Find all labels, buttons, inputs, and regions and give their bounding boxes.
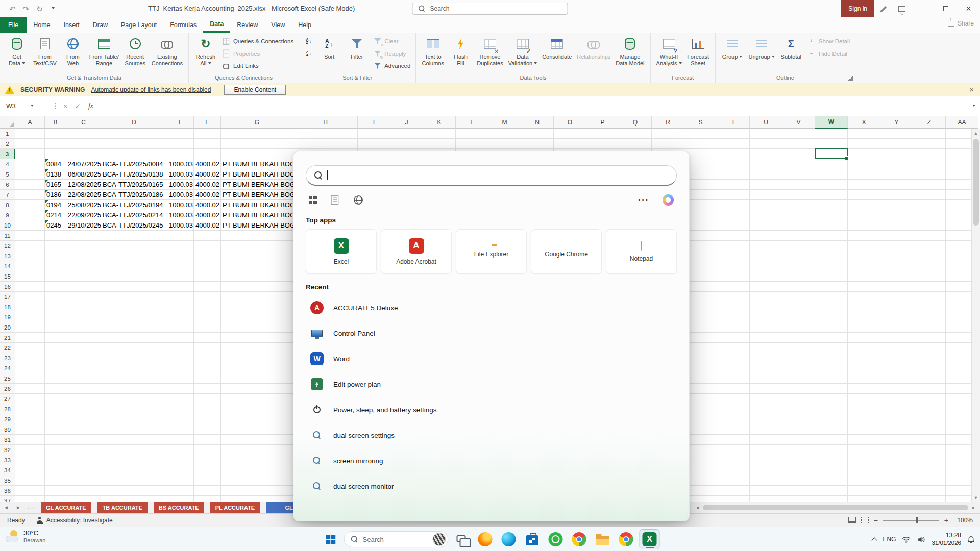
cell-Y15[interactable] [880, 271, 913, 282]
cell-E30[interactable] [167, 424, 194, 435]
cell-W20[interactable] [815, 322, 848, 333]
cell-B24[interactable] [45, 363, 66, 373]
cell-B32[interactable] [45, 445, 66, 455]
cell-F33[interactable] [194, 455, 221, 465]
cell-T14[interactable] [717, 261, 750, 271]
row-header-37[interactable]: 37 [0, 496, 15, 502]
col-header-Z[interactable]: Z [913, 116, 946, 129]
cell-V14[interactable] [782, 261, 815, 271]
taskbar-task-view-icon[interactable] [452, 529, 472, 549]
cell-V33[interactable] [782, 455, 815, 465]
cell-Q2[interactable] [619, 139, 652, 149]
cell-G5[interactable]: PT BUMI BERKAH BOG [221, 169, 293, 180]
cell-C4[interactable]: 24/07/2025 [66, 159, 101, 169]
cell-D33[interactable] [101, 455, 167, 465]
cell-E34[interactable] [167, 465, 194, 475]
cell-I1[interactable] [358, 129, 390, 139]
cell-G14[interactable] [221, 261, 293, 271]
cell-Y6[interactable] [880, 180, 913, 190]
cell-W12[interactable] [815, 241, 848, 251]
cell-X31[interactable] [848, 435, 880, 445]
cell-Z17[interactable] [913, 292, 946, 302]
close-button[interactable]: × [957, 0, 980, 17]
cell-G28[interactable] [221, 404, 293, 414]
cell-Z23[interactable] [913, 353, 946, 363]
cell-B27[interactable] [45, 394, 66, 404]
cell-K2[interactable] [423, 139, 456, 149]
cell-X19[interactable] [848, 312, 880, 322]
cell-U32[interactable] [750, 445, 782, 455]
cell-V37[interactable] [782, 496, 815, 502]
cell-X4[interactable] [848, 159, 880, 169]
cell-A4[interactable] [15, 159, 45, 169]
cell-W7[interactable] [815, 190, 848, 200]
cell-F36[interactable] [194, 486, 221, 496]
cell-L2[interactable] [456, 139, 488, 149]
row-header-28[interactable]: 28 [0, 404, 15, 414]
cell-B12[interactable] [45, 241, 66, 251]
cell-U13[interactable] [750, 251, 782, 261]
row-header-11[interactable]: 11 [0, 231, 15, 241]
cell-B29[interactable] [45, 414, 66, 424]
tab-insert[interactable]: Insert [57, 17, 86, 33]
taskbar-chrome-2-icon[interactable] [616, 529, 636, 549]
cell-F5[interactable]: 4000.02 [194, 169, 221, 180]
cell-B30[interactable] [45, 424, 66, 435]
cell-V7[interactable] [782, 190, 815, 200]
cell-B10[interactable]: 0245 [45, 220, 66, 231]
cell-X6[interactable] [848, 180, 880, 190]
cell-D20[interactable] [101, 322, 167, 333]
cell-W27[interactable] [815, 394, 848, 404]
cell-A5[interactable] [15, 169, 45, 180]
cell-B6[interactable]: 0165 [45, 180, 66, 190]
cell-X13[interactable] [848, 251, 880, 261]
cell-E33[interactable] [167, 455, 194, 465]
cell-F31[interactable] [194, 435, 221, 445]
cell-C23[interactable] [66, 353, 101, 363]
cell-F18[interactable] [194, 302, 221, 312]
cell-U24[interactable] [750, 363, 782, 373]
col-header-P[interactable]: P [586, 116, 619, 129]
cell-D2[interactable] [101, 139, 167, 149]
cell-G4[interactable]: PT BUMI BERKAH BOG [221, 159, 293, 169]
cell-T28[interactable] [717, 404, 750, 414]
cell-Y3[interactable] [880, 149, 913, 159]
cell-C10[interactable]: 29/10/2025 [66, 220, 101, 231]
cell-C1[interactable] [66, 129, 101, 139]
cell-F9[interactable]: 4000.02 [194, 210, 221, 220]
cell-Z1[interactable] [913, 129, 946, 139]
cell-T27[interactable] [717, 394, 750, 404]
cell-T35[interactable] [717, 475, 750, 486]
row-header-23[interactable]: 23 [0, 353, 15, 363]
cell-G25[interactable] [221, 373, 293, 384]
cell-D4[interactable]: BCA-TTJ/2025/0084 [101, 159, 167, 169]
col-header-H[interactable]: H [293, 116, 358, 129]
cell-W24[interactable] [815, 363, 848, 373]
cell-X8[interactable] [848, 200, 880, 210]
show-detail-button[interactable]: +Show Detail [805, 36, 851, 46]
cell-A7[interactable] [15, 190, 45, 200]
col-header-N[interactable]: N [521, 116, 554, 129]
cell-T24[interactable] [717, 363, 750, 373]
cell-C20[interactable] [66, 322, 101, 333]
taskbar-firefox-icon[interactable] [475, 529, 496, 549]
cell-F21[interactable] [194, 333, 221, 343]
cell-B25[interactable] [45, 373, 66, 384]
sheet-tab-bs-accurate[interactable]: BS ACCURATE [154, 502, 204, 513]
cell-G21[interactable] [221, 333, 293, 343]
cell-Z2[interactable] [913, 139, 946, 149]
cell-A17[interactable] [15, 292, 45, 302]
cell-W34[interactable] [815, 465, 848, 475]
cell-V4[interactable] [782, 159, 815, 169]
cell-Y7[interactable] [880, 190, 913, 200]
cell-R1[interactable] [652, 129, 684, 139]
cell-T1[interactable] [717, 129, 750, 139]
cell-U25[interactable] [750, 373, 782, 384]
cell-T7[interactable] [717, 190, 750, 200]
cell-A29[interactable] [15, 414, 45, 424]
formula-bar-expand-icon[interactable] [966, 105, 980, 108]
cell-U21[interactable] [750, 333, 782, 343]
cell-W21[interactable] [815, 333, 848, 343]
cell-Y16[interactable] [880, 282, 913, 292]
maximize-button[interactable] [934, 0, 957, 17]
